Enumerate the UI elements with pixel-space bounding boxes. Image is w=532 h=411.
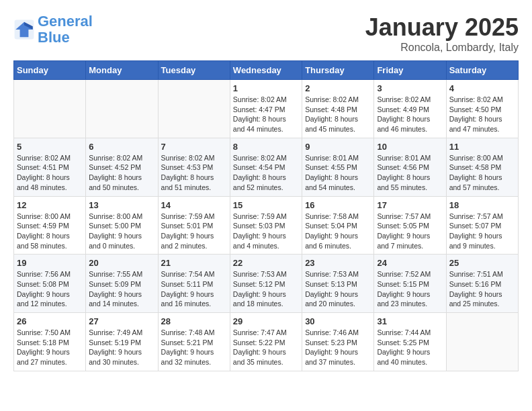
day-number: 22 [233,258,299,268]
day-number: 3 [377,83,443,93]
table-row: 15Sunrise: 7:59 AM Sunset: 5:03 PM Dayli… [230,196,302,255]
day-detail: Sunrise: 8:02 AM Sunset: 4:50 PM Dayligh… [449,95,515,134]
day-detail: Sunrise: 7:46 AM Sunset: 5:23 PM Dayligh… [305,328,371,367]
logo: General Blue [13,13,93,46]
weekday-header: Tuesday [158,61,230,80]
table-row [158,80,230,138]
table-row: 20Sunrise: 7:55 AM Sunset: 5:09 PM Dayli… [86,255,158,313]
day-detail: Sunrise: 8:01 AM Sunset: 4:55 PM Dayligh… [305,153,371,193]
weekday-header: Friday [374,61,446,80]
calendar-week-row: 26Sunrise: 7:50 AM Sunset: 5:18 PM Dayli… [14,313,519,371]
table-row: 6Sunrise: 8:02 AM Sunset: 4:52 PM Daylig… [86,138,158,196]
table-row [86,80,158,138]
table-row: 21Sunrise: 7:54 AM Sunset: 5:11 PM Dayli… [158,255,230,313]
table-row: 31Sunrise: 7:44 AM Sunset: 5:25 PM Dayli… [374,313,446,371]
table-row: 8Sunrise: 8:02 AM Sunset: 4:54 PM Daylig… [230,138,302,196]
day-number: 15 [233,200,299,210]
day-number: 23 [305,258,371,268]
day-detail: Sunrise: 8:00 AM Sunset: 4:58 PM Dayligh… [449,153,515,193]
calendar-header-row: SundayMondayTuesdayWednesdayThursdayFrid… [14,61,519,80]
day-detail: Sunrise: 7:52 AM Sunset: 5:15 PM Dayligh… [377,269,443,309]
day-detail: Sunrise: 7:56 AM Sunset: 5:08 PM Dayligh… [17,269,83,309]
day-detail: Sunrise: 7:53 AM Sunset: 5:13 PM Dayligh… [305,269,371,309]
day-detail: Sunrise: 8:02 AM Sunset: 4:48 PM Dayligh… [305,95,371,134]
day-detail: Sunrise: 7:51 AM Sunset: 5:16 PM Dayligh… [449,269,515,309]
day-detail: Sunrise: 7:48 AM Sunset: 5:21 PM Dayligh… [161,328,227,367]
logo-icon [13,19,35,40]
day-number: 14 [161,200,227,210]
day-detail: Sunrise: 7:55 AM Sunset: 5:09 PM Dayligh… [89,269,154,309]
table-row: 29Sunrise: 7:47 AM Sunset: 5:22 PM Dayli… [230,313,302,371]
calendar-week-row: 12Sunrise: 8:00 AM Sunset: 4:59 PM Dayli… [14,196,519,255]
weekday-header: Sunday [14,61,86,80]
table-row: 28Sunrise: 7:48 AM Sunset: 5:21 PM Dayli… [158,313,230,371]
day-number: 20 [89,258,154,268]
day-detail: Sunrise: 7:53 AM Sunset: 5:12 PM Dayligh… [233,269,299,309]
day-number: 29 [233,316,299,326]
calendar-week-row: 1Sunrise: 8:02 AM Sunset: 4:47 PM Daylig… [14,80,519,138]
day-detail: Sunrise: 8:00 AM Sunset: 4:59 PM Dayligh… [17,212,83,251]
table-row: 27Sunrise: 7:49 AM Sunset: 5:19 PM Dayli… [86,313,158,371]
calendar-table: SundayMondayTuesdayWednesdayThursdayFrid… [13,60,519,371]
table-row: 12Sunrise: 8:00 AM Sunset: 4:59 PM Dayli… [14,196,86,255]
page-header: General Blue January 2025 Roncola, Lomba… [13,13,519,54]
calendar-week-row: 5Sunrise: 8:02 AM Sunset: 4:51 PM Daylig… [14,138,519,196]
day-number: 7 [161,142,227,152]
day-detail: Sunrise: 7:58 AM Sunset: 5:04 PM Dayligh… [305,212,371,251]
calendar-week-row: 19Sunrise: 7:56 AM Sunset: 5:08 PM Dayli… [14,255,519,313]
day-detail: Sunrise: 8:00 AM Sunset: 5:00 PM Dayligh… [89,212,154,251]
title-block: January 2025 Roncola, Lombardy, Italy [365,13,519,54]
day-number: 12 [17,200,83,210]
table-row: 26Sunrise: 7:50 AM Sunset: 5:18 PM Dayli… [14,313,86,371]
day-detail: Sunrise: 8:01 AM Sunset: 4:56 PM Dayligh… [377,153,443,193]
table-row: 5Sunrise: 8:02 AM Sunset: 4:51 PM Daylig… [14,138,86,196]
day-number: 9 [305,142,371,152]
day-number: 13 [89,200,154,210]
day-number: 5 [17,142,83,152]
table-row: 22Sunrise: 7:53 AM Sunset: 5:12 PM Dayli… [230,255,302,313]
day-number: 18 [449,200,515,210]
table-row: 11Sunrise: 8:00 AM Sunset: 4:58 PM Dayli… [446,138,518,196]
day-detail: Sunrise: 7:59 AM Sunset: 5:03 PM Dayligh… [233,212,299,251]
table-row: 25Sunrise: 7:51 AM Sunset: 5:16 PM Dayli… [446,255,518,313]
day-number: 17 [377,200,443,210]
table-row: 19Sunrise: 7:56 AM Sunset: 5:08 PM Dayli… [14,255,86,313]
day-number: 8 [233,142,299,152]
day-number: 19 [17,258,83,268]
table-row: 10Sunrise: 8:01 AM Sunset: 4:56 PM Dayli… [374,138,446,196]
month-title: January 2025 [365,13,519,42]
day-detail: Sunrise: 7:50 AM Sunset: 5:18 PM Dayligh… [17,328,83,367]
day-number: 4 [449,83,515,93]
day-number: 30 [305,316,371,326]
day-number: 6 [89,142,154,152]
location: Roncola, Lombardy, Italy [365,42,519,54]
day-number: 10 [377,142,443,152]
day-number: 27 [89,316,154,326]
table-row: 14Sunrise: 7:59 AM Sunset: 5:01 PM Dayli… [158,196,230,255]
table-row: 16Sunrise: 7:58 AM Sunset: 5:04 PM Dayli… [302,196,374,255]
day-number: 11 [449,142,515,152]
table-row: 13Sunrise: 8:00 AM Sunset: 5:00 PM Dayli… [86,196,158,255]
day-detail: Sunrise: 7:47 AM Sunset: 5:22 PM Dayligh… [233,328,299,367]
day-detail: Sunrise: 7:57 AM Sunset: 5:05 PM Dayligh… [377,212,443,251]
table-row [14,80,86,138]
day-detail: Sunrise: 8:02 AM Sunset: 4:53 PM Dayligh… [161,153,227,193]
weekday-header: Monday [86,61,158,80]
day-detail: Sunrise: 7:49 AM Sunset: 5:19 PM Dayligh… [89,328,154,367]
day-number: 26 [17,316,83,326]
day-detail: Sunrise: 7:44 AM Sunset: 5:25 PM Dayligh… [377,328,443,367]
day-number: 25 [449,258,515,268]
day-detail: Sunrise: 7:54 AM Sunset: 5:11 PM Dayligh… [161,269,227,309]
table-row: 9Sunrise: 8:01 AM Sunset: 4:55 PM Daylig… [302,138,374,196]
table-row: 4Sunrise: 8:02 AM Sunset: 4:50 PM Daylig… [446,80,518,138]
weekday-header: Thursday [302,61,374,80]
table-row: 23Sunrise: 7:53 AM Sunset: 5:13 PM Dayli… [302,255,374,313]
day-number: 28 [161,316,227,326]
weekday-header: Saturday [446,61,518,80]
day-detail: Sunrise: 7:57 AM Sunset: 5:07 PM Dayligh… [449,212,515,251]
table-row [446,313,518,371]
day-number: 24 [377,258,443,268]
table-row: 17Sunrise: 7:57 AM Sunset: 5:05 PM Dayli… [374,196,446,255]
day-detail: Sunrise: 8:02 AM Sunset: 4:51 PM Dayligh… [17,153,83,193]
day-detail: Sunrise: 8:02 AM Sunset: 4:47 PM Dayligh… [233,95,299,134]
